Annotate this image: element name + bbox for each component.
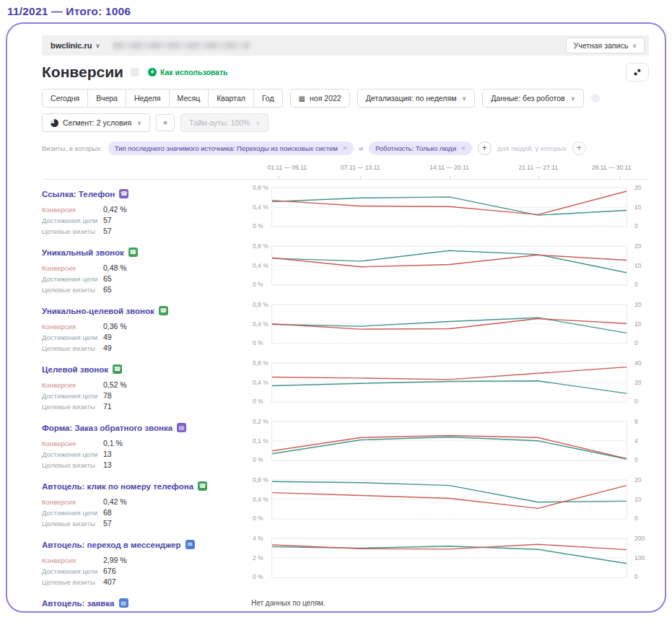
metric-section: Автоцель: клик по номеру телефона ☎ Конв… [42, 472, 649, 530]
goal-sections-list: Ссылка: Телефон ☎ Конверсия 0,42 % Дости… [42, 180, 649, 613]
account-button[interactable]: Учетная запись ∨ [566, 38, 645, 53]
period-tab-3[interactable]: Месяц [169, 89, 209, 108]
chip-label: Роботность: Только люди [375, 144, 456, 152]
period-tab-2[interactable]: Неделя [126, 89, 170, 108]
widget-actions-button[interactable] [626, 63, 649, 82]
conversion-value: 0,48 % [103, 263, 127, 272]
goal-title-link[interactable]: Целевой звонок [42, 365, 108, 374]
chart-plot[interactable] [271, 245, 627, 297]
metric-section: Автоцель: заявка ▤ Нет данных по целям. [42, 589, 649, 613]
goal-reaches-label: Достижения цели [42, 567, 103, 575]
chevron-down-icon: ∨ [137, 120, 141, 126]
goal-reaches-label: Достижения цели [42, 450, 103, 458]
axis-tick-label: 4 [634, 437, 638, 445]
segment-chip[interactable]: Роботность: Только люди× [369, 141, 472, 155]
target-visits-value: 57 [103, 519, 112, 528]
segment-chips: Тип последнего значимого источника: Пере… [108, 141, 472, 155]
date-header-spacer [42, 164, 271, 173]
goal-title-link[interactable]: Ссылка: Телефон [42, 190, 115, 198]
metric-section: Целевой звонок ☎ Конверсия 0,52 % Достиж… [42, 355, 649, 414]
target-visits-label: Целевые визиты [42, 286, 103, 294]
segment-label: Сегмент: 2 условия [63, 118, 131, 127]
goal-title-link[interactable]: Уникально-целевой звонок [42, 307, 154, 315]
chart-plot[interactable] [271, 538, 627, 589]
conversion-row: Конверсия 2,99 % [42, 556, 251, 564]
add-people-condition-button[interactable]: + [572, 141, 586, 155]
date-column-label: 21.11 — 27.11 [518, 164, 558, 171]
segment-pie-icon [51, 119, 58, 127]
target-visits-label: Целевые визиты [42, 520, 103, 528]
segment-dropdown[interactable]: Сегмент: 2 условия ∨ [42, 113, 150, 132]
metric-summary: Автоцель: переход в мессенджер ✉ Конверс… [42, 530, 251, 589]
conversion-value: 2,99 % [103, 556, 127, 564]
chip-close-icon[interactable]: × [343, 144, 347, 152]
chart-plot[interactable] [271, 187, 627, 238]
conversion-value: 0,36 % [103, 322, 127, 331]
goal-title-link[interactable]: Автоцель: заявка [42, 599, 115, 608]
detail-dropdown[interactable]: Детализация: по неделям ∨ [357, 89, 476, 108]
page-title: Конверсии [42, 64, 123, 81]
metric-chart-area: 0,8 %0,4 %0 %20100 [251, 472, 649, 530]
conversion-chart[interactable]: 0,2 %0,1 %0 %840 [251, 421, 649, 472]
chip-label: Тип последнего значимого источника: Пере… [115, 144, 338, 152]
site-switcher[interactable]: bwclinic.ru ∨ [51, 41, 100, 50]
conversion-chart[interactable]: 0,8 %0,4 %0 %20100 [251, 304, 649, 355]
target-visits-row: Целевые визиты 65 [42, 285, 251, 294]
metric-chart-area: 0,2 %0,1 %0 %840 [251, 414, 649, 472]
axis-tick-label: 0 [634, 515, 638, 522]
for-people-label: для людей, у которых [497, 144, 567, 152]
timeouts-dropdown[interactable]: Тайм-ауты: 100% ∨ [180, 113, 269, 132]
metric-summary: Уникально-целевой звонок ☎ Конверсия 0,3… [42, 297, 251, 355]
how-to-use-link[interactable]: + Как использовать [148, 68, 228, 77]
conversion-chart[interactable]: 0,8 %0,4 %0 %40200 [251, 362, 649, 414]
goal-title-link[interactable]: Автоцель: переход в мессенджер [42, 541, 181, 549]
goal-title-row: Целевой звонок ☎ [42, 364, 251, 374]
data-mode-dropdown[interactable]: Данные: без роботов ∨ [482, 89, 583, 108]
goal-reaches-row: Достижения цели 57 [42, 216, 251, 224]
conversion-label: Конверсия [42, 440, 103, 447]
axis-tick-label: 100 [634, 554, 645, 561]
clear-segment-button[interactable]: × [156, 114, 175, 131]
goal-title-link[interactable]: Уникальный звонок [42, 248, 124, 257]
chip-close-icon[interactable]: × [461, 144, 466, 152]
chart-plot[interactable] [271, 421, 627, 472]
period-tab-4[interactable]: Квартал [208, 89, 254, 108]
left-axis-ticks: 0,8 %0,4 %0 % [251, 362, 271, 403]
chart-plot[interactable] [271, 304, 627, 355]
metric-chart-area: 0,8 %0,4 %0 %20100 [251, 238, 649, 297]
axis-tick-label: 20 [634, 184, 641, 191]
goal-title-link[interactable]: Форма: Заказ обратного звонка [42, 424, 173, 432]
conversion-chart[interactable]: 0,8 %0,4 %0 %20100 [251, 187, 649, 238]
goal-reaches-value: 676 [103, 567, 116, 575]
goal-reaches-value: 65 [103, 274, 112, 283]
data-mode-label: Данные: без роботов [491, 94, 564, 102]
date-column-tick [360, 176, 361, 179]
date-picker-button[interactable]: ▦ ноя 2022 [290, 89, 350, 108]
conversion-chart[interactable]: 0,8 %0,4 %0 %20100 [251, 245, 649, 297]
left-axis-ticks: 0,8 %0,4 %0 % [251, 187, 271, 227]
goal-title-row: Автоцель: клик по номеру телефона ☎ [42, 481, 251, 491]
conversion-chart[interactable]: 4 %2 %0 %2001000 [251, 538, 649, 589]
target-visits-label: Целевые визиты [42, 227, 103, 235]
conversion-row: Конверсия 0,52 % [42, 380, 251, 389]
goal-title-link[interactable]: Автоцель: клик по номеру телефона [42, 482, 193, 491]
add-condition-button[interactable]: + [478, 141, 492, 155]
axis-tick-label: 0,4 % [253, 496, 269, 503]
period-tab-5[interactable]: Год [253, 89, 283, 108]
target-visits-value: 71 [103, 402, 112, 411]
axis-tick-label: 10 [634, 262, 641, 269]
goal-reaches-row: Достижения цели 68 [42, 508, 251, 517]
axis-tick-label: 20 [634, 379, 641, 386]
date-columns: 01.11 — 06.1107.11 — 13.1114.11 — 20.112… [271, 164, 627, 173]
report-frame: bwclinic.ru ∨ Учетная запись ∨ Конверсии… [6, 22, 666, 613]
metric-section: Ссылка: Телефон ☎ Конверсия 0,42 % Дости… [42, 180, 649, 238]
chart-plot[interactable] [271, 362, 627, 414]
left-axis-ticks: 0,8 %0,4 %0 % [251, 304, 271, 344]
conversion-chart[interactable]: 0,8 %0,4 %0 %20100 [251, 479, 649, 530]
conversion-row: Конверсия 0,42 % [42, 205, 251, 214]
chart-plot[interactable] [271, 479, 627, 530]
period-tab-0[interactable]: Сегодня [42, 89, 88, 108]
period-tab-1[interactable]: Вчера [87, 89, 126, 108]
goal-stats: Конверсия 0,42 % Достижения цели 57 Целе… [42, 205, 251, 235]
segment-chip[interactable]: Тип последнего значимого источника: Пере… [108, 141, 354, 155]
